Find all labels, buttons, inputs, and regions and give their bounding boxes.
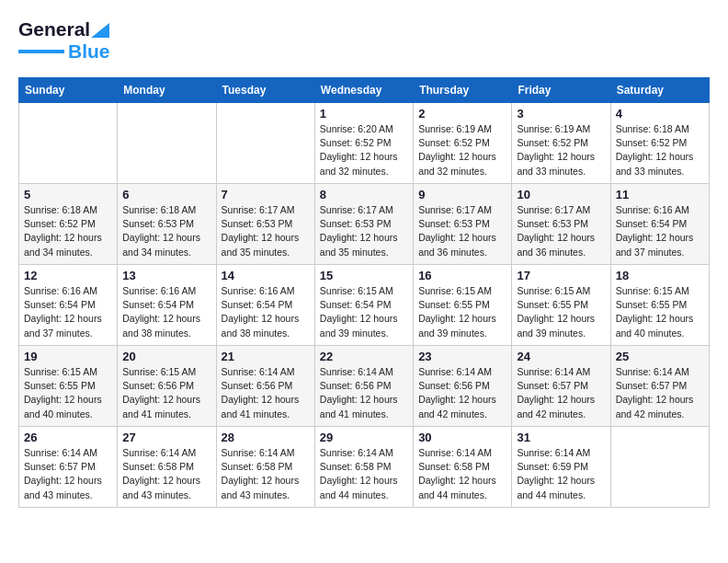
- weekday-header-row: SundayMondayTuesdayWednesdayThursdayFrid…: [19, 78, 710, 103]
- day-info: Sunrise: 6:15 AMSunset: 6:55 PMDaylight:…: [418, 284, 506, 340]
- day-info: Sunrise: 6:20 AMSunset: 6:52 PMDaylight:…: [320, 122, 408, 178]
- day-info: Sunrise: 6:17 AMSunset: 6:53 PMDaylight:…: [222, 203, 310, 259]
- calendar-cell: 30Sunrise: 6:14 AMSunset: 6:58 PMDayligh…: [414, 427, 512, 508]
- weekday-header-sunday: Sunday: [19, 78, 118, 103]
- day-number: 18: [616, 269, 704, 282]
- calendar-cell: 17Sunrise: 6:15 AMSunset: 6:55 PMDayligh…: [512, 265, 610, 346]
- day-info: Sunrise: 6:14 AMSunset: 6:59 PMDaylight:…: [517, 446, 605, 502]
- week-row-3: 12Sunrise: 6:16 AMSunset: 6:54 PMDayligh…: [19, 265, 710, 346]
- day-info: Sunrise: 6:16 AMSunset: 6:54 PMDaylight:…: [616, 203, 704, 259]
- svg-marker-0: [91, 23, 109, 38]
- calendar-cell: 22Sunrise: 6:14 AMSunset: 6:56 PMDayligh…: [314, 346, 413, 427]
- day-number: 26: [24, 431, 112, 444]
- day-info: Sunrise: 6:14 AMSunset: 6:56 PMDaylight:…: [222, 365, 310, 421]
- calendar-cell: 8Sunrise: 6:17 AMSunset: 6:53 PMDaylight…: [314, 184, 413, 265]
- logo-general: General: [18, 18, 90, 40]
- calendar-cell: 6Sunrise: 6:18 AMSunset: 6:53 PMDaylight…: [118, 184, 216, 265]
- day-info: Sunrise: 6:18 AMSunset: 6:52 PMDaylight:…: [616, 122, 704, 178]
- weekday-header-monday: Monday: [118, 78, 216, 103]
- logo-arrow-icon: [91, 23, 109, 38]
- weekday-header-saturday: Saturday: [610, 78, 709, 103]
- day-info: Sunrise: 6:15 AMSunset: 6:55 PMDaylight:…: [517, 284, 605, 340]
- day-info: Sunrise: 6:15 AMSunset: 6:56 PMDaylight:…: [122, 365, 210, 421]
- calendar-cell: 9Sunrise: 6:17 AMSunset: 6:53 PMDaylight…: [414, 184, 512, 265]
- calendar-cell: 26Sunrise: 6:14 AMSunset: 6:57 PMDayligh…: [19, 427, 118, 508]
- day-number: 31: [517, 431, 605, 444]
- day-info: Sunrise: 6:14 AMSunset: 6:57 PMDaylight:…: [24, 446, 112, 502]
- calendar-cell: 12Sunrise: 6:16 AMSunset: 6:54 PMDayligh…: [19, 265, 118, 346]
- day-number: 29: [320, 431, 408, 444]
- calendar-cell: 2Sunrise: 6:19 AMSunset: 6:52 PMDaylight…: [414, 103, 512, 184]
- day-number: 19: [24, 350, 112, 363]
- day-info: Sunrise: 6:19 AMSunset: 6:52 PMDaylight:…: [418, 122, 506, 178]
- calendar-cell: 25Sunrise: 6:14 AMSunset: 6:57 PMDayligh…: [610, 346, 709, 427]
- day-info: Sunrise: 6:14 AMSunset: 6:58 PMDaylight:…: [418, 446, 506, 502]
- calendar-cell: 31Sunrise: 6:14 AMSunset: 6:59 PMDayligh…: [512, 427, 610, 508]
- day-number: 24: [517, 350, 605, 363]
- calendar-cell: 18Sunrise: 6:15 AMSunset: 6:55 PMDayligh…: [610, 265, 709, 346]
- day-number: 11: [616, 188, 704, 201]
- day-number: 5: [24, 188, 112, 201]
- calendar-cell: 19Sunrise: 6:15 AMSunset: 6:55 PMDayligh…: [19, 346, 118, 427]
- calendar-cell: [216, 103, 314, 184]
- day-number: 27: [122, 431, 210, 444]
- day-number: 7: [222, 188, 310, 201]
- calendar-cell: 23Sunrise: 6:14 AMSunset: 6:56 PMDayligh…: [414, 346, 512, 427]
- calendar-cell: 14Sunrise: 6:16 AMSunset: 6:54 PMDayligh…: [216, 265, 314, 346]
- day-info: Sunrise: 6:17 AMSunset: 6:53 PMDaylight:…: [320, 203, 408, 259]
- day-number: 20: [122, 350, 210, 363]
- calendar-cell: 21Sunrise: 6:14 AMSunset: 6:56 PMDayligh…: [216, 346, 314, 427]
- calendar-cell: [118, 103, 216, 184]
- day-number: 13: [122, 269, 210, 282]
- day-number: 3: [517, 107, 605, 121]
- day-number: 16: [418, 269, 506, 282]
- day-info: Sunrise: 6:14 AMSunset: 6:56 PMDaylight:…: [320, 365, 408, 421]
- day-info: Sunrise: 6:14 AMSunset: 6:57 PMDaylight:…: [616, 365, 704, 421]
- calendar-cell: 16Sunrise: 6:15 AMSunset: 6:55 PMDayligh…: [414, 265, 512, 346]
- day-info: Sunrise: 6:16 AMSunset: 6:54 PMDaylight:…: [222, 284, 310, 340]
- logo: General Blue: [18, 18, 110, 63]
- day-number: 23: [418, 350, 506, 363]
- calendar-cell: 28Sunrise: 6:14 AMSunset: 6:58 PMDayligh…: [216, 427, 314, 508]
- logo-blue: Blue: [68, 40, 110, 63]
- week-row-5: 26Sunrise: 6:14 AMSunset: 6:57 PMDayligh…: [19, 427, 710, 508]
- day-number: 15: [320, 269, 408, 282]
- calendar-cell: 4Sunrise: 6:18 AMSunset: 6:52 PMDaylight…: [610, 103, 709, 184]
- day-info: Sunrise: 6:15 AMSunset: 6:54 PMDaylight:…: [320, 284, 408, 340]
- day-info: Sunrise: 6:15 AMSunset: 6:55 PMDaylight:…: [616, 284, 704, 340]
- day-info: Sunrise: 6:15 AMSunset: 6:55 PMDaylight:…: [24, 365, 112, 421]
- calendar-cell: 20Sunrise: 6:15 AMSunset: 6:56 PMDayligh…: [118, 346, 216, 427]
- weekday-header-thursday: Thursday: [414, 78, 512, 103]
- day-info: Sunrise: 6:14 AMSunset: 6:58 PMDaylight:…: [222, 446, 310, 502]
- day-info: Sunrise: 6:14 AMSunset: 6:58 PMDaylight:…: [122, 446, 210, 502]
- day-info: Sunrise: 6:18 AMSunset: 6:52 PMDaylight:…: [24, 203, 112, 259]
- day-number: 25: [616, 350, 704, 363]
- calendar-cell: 27Sunrise: 6:14 AMSunset: 6:58 PMDayligh…: [118, 427, 216, 508]
- day-info: Sunrise: 6:14 AMSunset: 6:58 PMDaylight:…: [320, 446, 408, 502]
- weekday-header-tuesday: Tuesday: [216, 78, 314, 103]
- day-number: 10: [517, 188, 605, 201]
- calendar-cell: 1Sunrise: 6:20 AMSunset: 6:52 PMDaylight…: [314, 103, 413, 184]
- day-number: 1: [320, 107, 408, 121]
- calendar-cell: 7Sunrise: 6:17 AMSunset: 6:53 PMDaylight…: [216, 184, 314, 265]
- calendar-cell: 11Sunrise: 6:16 AMSunset: 6:54 PMDayligh…: [610, 184, 709, 265]
- day-number: 6: [122, 188, 210, 201]
- week-row-1: 1Sunrise: 6:20 AMSunset: 6:52 PMDaylight…: [19, 103, 710, 184]
- day-info: Sunrise: 6:19 AMSunset: 6:52 PMDaylight:…: [517, 122, 605, 178]
- calendar-cell: 29Sunrise: 6:14 AMSunset: 6:58 PMDayligh…: [314, 427, 413, 508]
- calendar-cell: 15Sunrise: 6:15 AMSunset: 6:54 PMDayligh…: [314, 265, 413, 346]
- calendar-cell: 5Sunrise: 6:18 AMSunset: 6:52 PMDaylight…: [19, 184, 118, 265]
- calendar-cell: 10Sunrise: 6:17 AMSunset: 6:53 PMDayligh…: [512, 184, 610, 265]
- calendar-cell: 3Sunrise: 6:19 AMSunset: 6:52 PMDaylight…: [512, 103, 610, 184]
- day-info: Sunrise: 6:18 AMSunset: 6:53 PMDaylight:…: [122, 203, 210, 259]
- calendar-cell: [19, 103, 118, 184]
- day-number: 17: [517, 269, 605, 282]
- week-row-4: 19Sunrise: 6:15 AMSunset: 6:55 PMDayligh…: [19, 346, 710, 427]
- day-info: Sunrise: 6:17 AMSunset: 6:53 PMDaylight:…: [418, 203, 506, 259]
- day-number: 4: [616, 107, 704, 121]
- day-number: 30: [418, 431, 506, 444]
- logo-icon-inline: [91, 20, 109, 41]
- day-info: Sunrise: 6:17 AMSunset: 6:53 PMDaylight:…: [517, 203, 605, 259]
- day-number: 12: [24, 269, 112, 282]
- day-number: 28: [222, 431, 310, 444]
